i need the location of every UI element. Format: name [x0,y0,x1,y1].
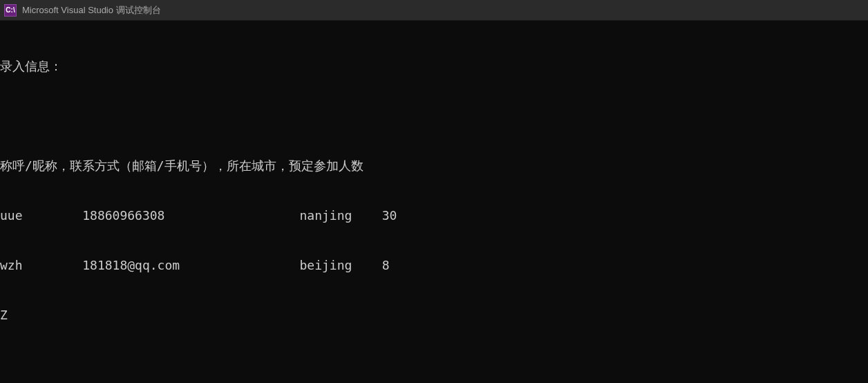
row-count: 30 [382,208,397,223]
terminator-line: Z [0,307,868,324]
blank-line [0,357,868,373]
title-bar[interactable]: C:\ Microsoft Visual Studio 调试控制台 [0,0,868,21]
row-count: 8 [382,258,390,272]
console-output: 录入信息： 称呼/昵称，联系方式（邮箱/手机号），所在城市，预定参加人数 uue… [0,21,868,383]
header-line: 录入信息： [0,58,868,75]
row-name: wzh [0,258,23,272]
row-city: beijing [300,258,352,272]
blank-line [0,108,868,124]
row-city: nanjing [300,208,352,223]
row-contact: 18860966308 [82,208,164,223]
prompt-line: 称呼/昵称，联系方式（邮箱/手机号），所在城市，预定参加人数 [0,158,868,174]
input-row: uue 18860966308 nanjing 30 [0,207,868,224]
row-contact: 181818@qq.com [82,258,180,272]
input-row: wzh 181818@qq.com beijing 8 [0,257,868,274]
row-name: uue [0,208,23,223]
window-title: Microsoft Visual Studio 调试控制台 [22,4,161,17]
app-icon: C:\ [4,4,17,17]
